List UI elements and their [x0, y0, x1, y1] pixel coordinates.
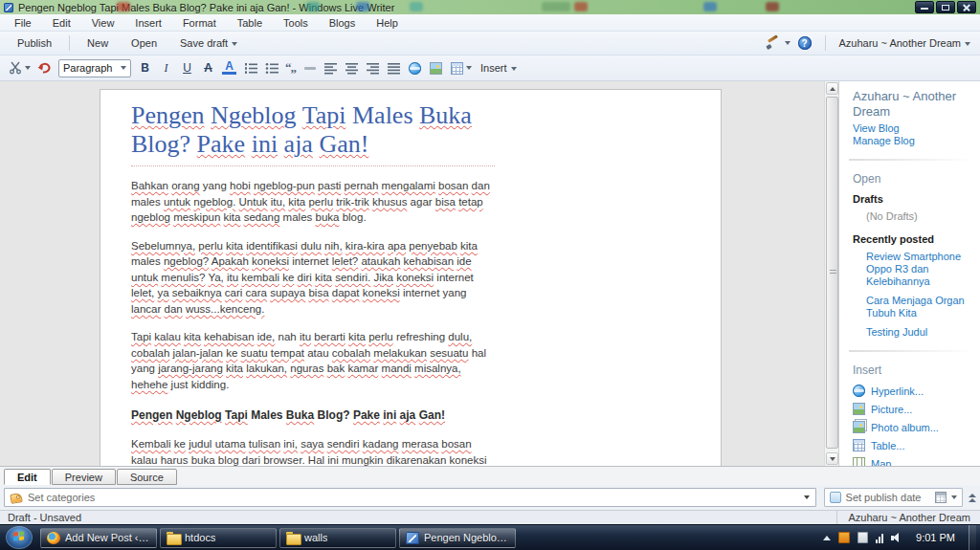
open-button[interactable]: Open — [120, 34, 168, 52]
numbered-list-button[interactable] — [243, 61, 257, 76]
glass-blob — [410, 2, 423, 11]
clock[interactable]: 9:01 PM — [910, 532, 961, 543]
calendar-icon — [935, 492, 947, 503]
restore-button[interactable] — [936, 1, 955, 13]
new-button[interactable]: New — [76, 34, 120, 52]
insert-menu-button[interactable]: Insert — [480, 62, 517, 74]
cut-button[interactable] — [8, 61, 22, 76]
post-paragraph[interactable]: Bahkan orang yang hobi ngeblog-pun pasti… — [131, 178, 495, 226]
theme-brush-button[interactable] — [766, 36, 791, 50]
justify-icon — [388, 62, 400, 75]
align-center-button[interactable] — [345, 61, 359, 76]
chevron-down-icon — [785, 41, 791, 45]
scrollbar-thumb[interactable] — [826, 97, 838, 449]
insert-hyperlink-item[interactable]: Hyperlink... — [853, 385, 974, 397]
photo-album-icon — [853, 421, 865, 433]
post-paragraph[interactable]: Sebelumnya, perlu kita identifikasi dulu… — [131, 238, 495, 318]
taskbar-button-walls[interactable]: walls — [279, 528, 396, 548]
insert-picture-item[interactable]: Picture... — [853, 403, 974, 415]
chevron-down-icon — [965, 42, 970, 46]
post-paragraph[interactable]: Kembali ke judul utama tulisan ini, saya… — [131, 436, 495, 466]
horizontal-rule-button[interactable] — [302, 61, 317, 76]
undo-button[interactable] — [37, 61, 52, 76]
network-icon[interactable] — [876, 533, 883, 543]
justify-button[interactable] — [387, 61, 401, 76]
post-paragraph[interactable]: Tapi kalau kita kehabisan ide, nah itu b… — [131, 329, 495, 392]
view-blog-link[interactable]: View Blog — [853, 122, 974, 135]
post-title[interactable]: Pengen Ngeblog Tapi Males Buka Blog? Pak… — [131, 101, 506, 159]
tab-edit[interactable]: Edit — [4, 469, 51, 485]
post-subheading[interactable]: Pengen Ngeblog Tapi Males Buka Blog? Pak… — [131, 408, 495, 423]
chevron-down-icon[interactable] — [466, 66, 472, 70]
action-center-icon[interactable] — [858, 532, 868, 543]
insert-table-item[interactable]: Table... — [853, 439, 974, 451]
insert-hyperlink-button[interactable] — [408, 61, 422, 76]
menu-view[interactable]: View — [81, 15, 125, 31]
menu-help[interactable]: Help — [366, 15, 409, 31]
publish-button[interactable]: Publish — [6, 34, 63, 52]
window-titlebar[interactable]: Pengen Ngeblog Tapi Males Buka Blog? Pak… — [0, 0, 980, 14]
menu-table[interactable]: Table — [227, 15, 273, 31]
recent-post-link[interactable]: Review Smartphone Oppo R3 dan Kelebihann… — [866, 251, 974, 288]
menu-insert[interactable]: Insert — [124, 15, 172, 31]
menu-tools[interactable]: Tools — [273, 15, 319, 31]
editor-canvas[interactable]: Pengen Ngeblog Tapi Males Buka Blog? Pak… — [100, 89, 722, 466]
glass-blob — [117, 2, 130, 11]
show-desktop-button[interactable] — [969, 525, 976, 550]
collapse-panel-button[interactable] — [969, 494, 976, 502]
close-button[interactable] — [957, 1, 976, 13]
insert-table-button[interactable] — [450, 61, 464, 76]
underline-button[interactable]: U — [180, 61, 194, 75]
manage-blog-link[interactable]: Manage Blog — [853, 135, 974, 147]
menu-format[interactable]: Format — [172, 15, 227, 31]
brush-icon — [766, 36, 781, 50]
insert-map-item[interactable]: Map... — [853, 457, 974, 466]
editor-scrollbar[interactable] — [824, 81, 838, 466]
insert-picture-button[interactable] — [429, 61, 443, 76]
align-right-button[interactable] — [366, 61, 380, 76]
save-draft-button[interactable]: Save draft — [168, 34, 249, 52]
set-publish-date-control[interactable]: Set publish date — [824, 488, 963, 507]
scroll-up-button[interactable] — [826, 82, 838, 95]
tab-source[interactable]: Source — [117, 469, 177, 485]
taskbar-button-firefox[interactable]: Add New Post ‹ Azu... — [40, 528, 157, 548]
tray-app-icon[interactable] — [838, 532, 850, 543]
set-categories-dropdown[interactable]: Set categories — [4, 488, 816, 507]
align-left-button[interactable] — [323, 61, 338, 76]
bullet-list-button[interactable] — [264, 61, 278, 76]
blockquote-button[interactable]: “„ — [285, 60, 296, 76]
glass-blob — [766, 2, 779, 11]
chevron-down-icon — [804, 495, 810, 499]
glass-blob — [574, 2, 588, 11]
minimize-button[interactable] — [915, 1, 934, 13]
strikethrough-button[interactable]: A — [201, 61, 215, 75]
windows-logo-icon — [13, 531, 25, 542]
volume-icon[interactable] — [891, 533, 902, 543]
italic-button[interactable]: I — [159, 61, 173, 76]
table-icon — [451, 62, 463, 75]
undo-icon — [37, 62, 52, 75]
publish-date-checkbox[interactable] — [830, 492, 841, 503]
account-menu-button[interactable]: Azuharu ~ Another Dream — [839, 37, 975, 49]
insert-section-header: Insert — [853, 363, 974, 377]
insert-photo-album-item[interactable]: Photo album... — [853, 421, 974, 433]
style-selector[interactable]: Paragraph — [58, 59, 131, 77]
taskbar-button-writer[interactable]: Pengen Ngeblog Ta... — [399, 528, 516, 548]
font-color-button[interactable]: A — [222, 61, 236, 75]
menu-blogs[interactable]: Blogs — [319, 15, 367, 31]
help-button[interactable]: ? — [798, 36, 812, 50]
chevron-down-icon — [951, 495, 957, 499]
tags-icon — [10, 493, 23, 504]
hidden-icons-button[interactable] — [823, 536, 831, 540]
bold-button[interactable]: B — [138, 61, 152, 75]
start-button[interactable] — [6, 526, 33, 549]
menu-edit[interactable]: Edit — [42, 15, 81, 31]
menu-file[interactable]: File — [4, 15, 42, 31]
scroll-down-button[interactable] — [826, 452, 838, 465]
taskbar-button-htdocs[interactable]: htdocs — [160, 528, 277, 548]
recent-post-link[interactable]: Cara Menjaga Organ Tubuh Kita — [866, 295, 974, 319]
tab-preview[interactable]: Preview — [52, 469, 116, 485]
chevron-down-icon[interactable] — [25, 66, 31, 70]
recent-post-link[interactable]: Testing Judul — [866, 326, 974, 339]
picture-icon — [853, 403, 865, 415]
